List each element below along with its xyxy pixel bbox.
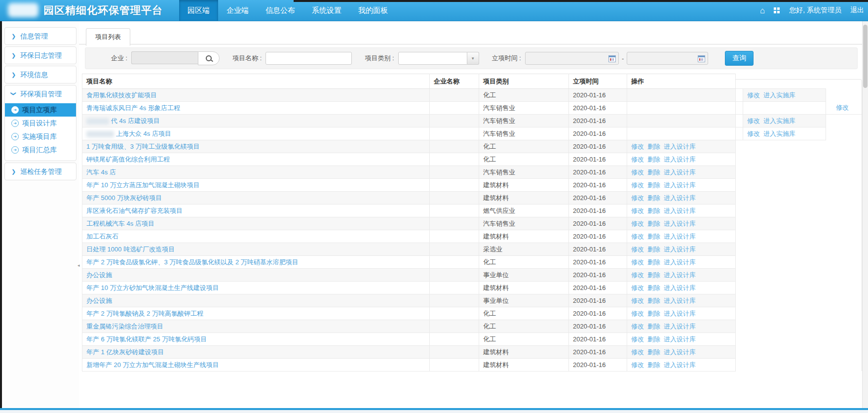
tab-project-list[interactable]: 项目列表 — [86, 28, 130, 46]
row-action-link[interactable]: 进入设计库 — [664, 284, 696, 291]
row-action-link[interactable]: 进入设计库 — [664, 348, 696, 356]
home-icon[interactable]: ⌂ — [760, 6, 765, 15]
sidebar-subitem-1[interactable]: ➜项目设计库 — [5, 117, 76, 130]
company-search-button[interactable] — [198, 51, 220, 65]
row-action-link[interactable]: 删除 — [647, 310, 660, 317]
sidebar-subitem-3[interactable]: ➜项目汇总库 — [5, 143, 76, 157]
row-action-link[interactable]: 修改 — [631, 284, 644, 291]
row-action-link[interactable]: 进入设计库 — [664, 335, 696, 343]
row-action-link[interactable]: 进入设计库 — [664, 361, 696, 369]
sidebar-collapse-handle[interactable]: ◂ — [77, 259, 81, 272]
row-action-link[interactable]: 进入设计库 — [664, 168, 696, 176]
row-action-link[interactable]: 删除 — [647, 258, 660, 266]
project-name-link[interactable]: 年产 10 万立方砂加气块混凝土生产线建设项目 — [86, 284, 219, 291]
row-action-link[interactable]: 修改 — [631, 297, 644, 304]
row-action-link[interactable]: 删除 — [647, 271, 660, 279]
row-action-link[interactable]: 删除 — [647, 361, 660, 369]
project-name-link[interactable]: 年产 5000 万块灰砂砖项目 — [86, 194, 162, 202]
row-action-link[interactable]: 修改 — [631, 194, 644, 202]
query-button[interactable]: 查询 — [725, 51, 754, 66]
row-action-link[interactable]: 删除 — [647, 168, 660, 176]
row-action-link[interactable]: 修改 — [747, 117, 760, 124]
project-name-link[interactable]: 重金属铬污染综合治理项目 — [86, 323, 163, 330]
row-action-link[interactable]: 进入设计库 — [664, 233, 696, 240]
logout-link[interactable]: 退出 — [850, 6, 864, 15]
row-action-link[interactable]: 删除 — [647, 297, 660, 304]
row-action-link[interactable]: 删除 — [647, 220, 660, 227]
project-name-link[interactable]: 日处理 1000 吨选矿厂改造项目 — [86, 246, 175, 253]
project-name-link[interactable]: 年产 1 亿块灰砂砖建设项目 — [86, 348, 164, 356]
project-name-link[interactable]: 办公设施 — [86, 271, 112, 279]
row-action-link[interactable]: 删除 — [647, 323, 660, 330]
row-action-link[interactable]: 修改 — [631, 323, 644, 330]
sidebar-subitem-0[interactable]: ➜项目立项库 — [5, 103, 76, 117]
row-action-link[interactable]: 修改 — [631, 348, 644, 356]
row-action-link[interactable]: 删除 — [647, 194, 660, 202]
project-name-link[interactable]: 办公设施 — [86, 297, 112, 304]
project-name-link[interactable]: 食用氯化镁技改扩能项目 — [86, 91, 157, 99]
row-action-link[interactable]: 进入设计库 — [664, 220, 696, 227]
company-input[interactable] — [131, 51, 198, 64]
category-input[interactable] — [398, 52, 467, 65]
sidebar-item-0[interactable]: ❯信息管理 — [5, 28, 76, 44]
scrollbar-thumb[interactable] — [863, 25, 868, 88]
row-action-link[interactable]: 进入设计库 — [664, 271, 696, 279]
row-action-link[interactable]: 进入设计库 — [664, 258, 696, 266]
row-action-link[interactable]: 删除 — [647, 181, 660, 189]
calendar-icon[interactable] — [698, 55, 705, 62]
project-name-link[interactable]: 汽车 4s 店 — [86, 168, 116, 176]
project-name-link[interactable]: 钾镁尾矿高值化综合利用工程 — [86, 156, 170, 163]
row-action-link[interactable]: 删除 — [647, 156, 660, 163]
project-name-link[interactable]: 库区液化石油气储存扩容充装项目 — [86, 207, 183, 214]
row-action-link[interactable]: 修改 — [631, 246, 644, 253]
project-name-link[interactable]: 年产 2 万吨氯酸钠及 2 万吨高氯酸钾工程 — [86, 310, 203, 317]
row-action-link[interactable]: 进入设计库 — [664, 207, 696, 214]
row-action-link[interactable]: 修改 — [631, 233, 644, 240]
nav-item-2[interactable]: 信息公布 — [257, 0, 303, 21]
row-action-link[interactable]: 进入实施库 — [763, 117, 795, 124]
row-action-link[interactable]: 修改 — [631, 181, 644, 189]
nav-item-4[interactable]: 我的面板 — [350, 0, 396, 21]
date-to-input[interactable] — [627, 52, 708, 65]
row-action-link[interactable]: 进入设计库 — [664, 297, 696, 304]
row-action-link[interactable]: 进入设计库 — [664, 156, 696, 163]
project-name-link[interactable]: 年产 10 万立方蒸压加气混凝土砌块项目 — [86, 181, 200, 189]
row-action-link[interactable]: 修改 — [836, 104, 849, 111]
nav-item-1[interactable]: 企业端 — [218, 0, 257, 21]
row-action-link[interactable]: 删除 — [647, 143, 660, 150]
row-action-link[interactable]: 进入设计库 — [664, 310, 696, 317]
date-from-input[interactable] — [525, 52, 619, 65]
row-action-link[interactable]: 修改 — [631, 335, 644, 343]
row-action-link[interactable]: 修改 — [631, 220, 644, 227]
project-name-link[interactable]: 年产 6 万吨氯化镁联产 25 万吨氯化钙项目 — [86, 335, 207, 343]
project-name-link[interactable]: 年产 2 万吨食品级氯化钾、3 万吨食品级氯化镁以及 2 万吨硝基水溶肥项目 — [86, 258, 299, 266]
row-action-link[interactable]: 进入实施库 — [763, 91, 795, 99]
project-name-input[interactable] — [265, 52, 352, 65]
sidebar-item-2[interactable]: ❯环境信息 — [5, 66, 76, 83]
nav-item-3[interactable]: 系统设置 — [303, 0, 350, 21]
project-name-link[interactable]: 青海瑞诚东风日产 4s 形象店工程 — [86, 104, 180, 112]
row-action-link[interactable]: 删除 — [647, 246, 660, 253]
row-action-link[interactable]: 删除 — [647, 207, 660, 214]
sidebar-item-1[interactable]: ❯环保日志管理 — [5, 47, 76, 64]
row-action-link[interactable]: 修改 — [631, 168, 644, 176]
row-action-link[interactable]: 修改 — [631, 271, 644, 279]
row-action-link[interactable]: 修改 — [747, 130, 760, 137]
row-action-link[interactable]: 删除 — [647, 233, 660, 240]
project-name-link[interactable]: 代 4s 店建设项目 — [111, 117, 160, 124]
row-action-link[interactable]: 进入设计库 — [664, 194, 696, 202]
row-action-link[interactable]: 删除 — [647, 335, 660, 343]
nav-item-0[interactable]: 园区端 — [179, 0, 218, 21]
row-action-link[interactable]: 修改 — [631, 207, 644, 214]
sidebar-item-4[interactable]: ❯巡检任务管理 — [5, 163, 76, 180]
grid-icon[interactable] — [774, 7, 776, 10]
project-name-link[interactable]: 新增年产 20 万立方加气混凝土砌块生产线项目 — [86, 361, 219, 369]
category-dropdown-button[interactable]: ▼ — [467, 52, 479, 65]
row-action-link[interactable]: 删除 — [647, 348, 660, 356]
row-action-link[interactable]: 进入设计库 — [664, 246, 696, 253]
row-action-link[interactable]: 修改 — [631, 310, 644, 317]
row-action-link[interactable]: 进入实施库 — [763, 130, 795, 137]
project-name-link[interactable]: 上海大众 4s 店项目 — [116, 130, 171, 137]
sidebar-subitem-2[interactable]: ➜实施项目库 — [5, 130, 76, 143]
calendar-icon[interactable] — [608, 55, 616, 62]
